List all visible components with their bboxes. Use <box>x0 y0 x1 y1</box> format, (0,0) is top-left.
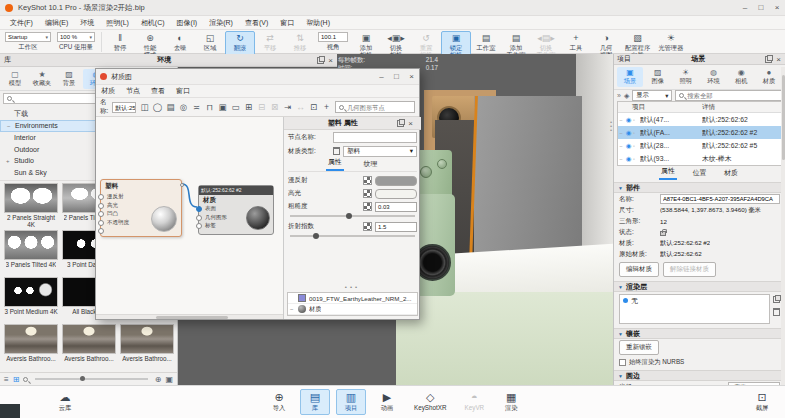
menu-image[interactable]: 图像(I) <box>171 16 204 30</box>
scene-tree-row[interactable]: – ◉ ▫ 默认(FA... 默认:252:62:62 #2 <box>618 126 781 139</box>
thumbnail-size-slider[interactable] <box>35 378 147 380</box>
render-library-icon[interactable]: ▣ <box>165 375 173 384</box>
trash-icon[interactable] <box>773 308 780 316</box>
duplicate-icon[interactable]: ▣ <box>216 101 229 114</box>
canvas-horizontal-scrollbar[interactable] <box>96 314 283 319</box>
add-to-library-icon[interactable]: ▤ <box>164 101 177 114</box>
detail-subtab[interactable]: 材质 <box>722 168 740 180</box>
menu-render[interactable]: 渲染(R) <box>203 16 239 30</box>
undock-icon[interactable] <box>397 120 404 127</box>
texture-map-icon[interactable] <box>363 176 372 185</box>
texture-map-icon[interactable] <box>363 189 372 198</box>
grid-icon[interactable]: ⊡ <box>307 101 320 114</box>
preview-icon[interactable]: ◎ <box>177 101 190 114</box>
node-search-input[interactable] <box>347 104 435 111</box>
dialog-menu-window[interactable]: 窗口 <box>176 86 190 96</box>
splitter-handle[interactable]: ••• <box>284 284 421 291</box>
project-tab-environment[interactable]: ◍ 环境 <box>700 67 726 87</box>
texture-map-icon[interactable] <box>363 202 372 211</box>
import-icon[interactable]: ⊕ <box>155 375 162 384</box>
crosshair-icon[interactable]: + <box>320 101 333 114</box>
visibility-eye-icon[interactable]: ◉ <box>624 142 633 150</box>
collapse-icon[interactable]: » <box>617 92 621 99</box>
dialog-close-button[interactable]: × <box>404 72 419 81</box>
dock-cloud-library[interactable]: ☁ 云库 <box>50 389 80 415</box>
lock-icon[interactable]: ⊓ <box>203 101 216 114</box>
detail-subtab[interactable]: 属性 <box>659 166 677 180</box>
unlink-material-button[interactable]: 解除链接材质 <box>663 262 716 277</box>
menu-edit[interactable]: 编辑(E) <box>39 16 74 30</box>
panel-grip[interactable]: • • • <box>610 120 612 132</box>
menu-camera[interactable]: 相机(C) <box>135 16 171 30</box>
tab-properties[interactable]: 属性 <box>326 157 344 171</box>
section-collapse-icon[interactable]: ▼ <box>618 284 623 290</box>
menu-view[interactable]: 查看(V) <box>239 16 274 30</box>
project-tab-camera[interactable]: ◉ 相机 <box>728 67 754 87</box>
dock-import[interactable]: ⊕ 导入 <box>264 389 294 415</box>
fov-field[interactable]: 100.1 视角 <box>318 32 348 50</box>
render-layer-list[interactable]: 无 <box>619 294 770 324</box>
project-tab-image[interactable]: ▨ 图像 <box>645 67 671 87</box>
edit-material-button[interactable]: 编辑材质 <box>619 262 659 277</box>
project-tab-lighting[interactable]: ☀ 照明 <box>673 67 699 87</box>
pan-view-icon[interactable]: ↔ <box>294 101 307 114</box>
retessellate-button[interactable]: 重新镶嵌 <box>619 340 659 355</box>
port-diffuse[interactable]: 漫反射 <box>101 192 181 201</box>
environment-thumbnail[interactable]: 3 Panels Tilted 4K <box>3 230 59 276</box>
show-textures-icon[interactable]: ⊞ <box>242 101 255 114</box>
dock-library[interactable]: ▤ 库 <box>300 389 330 415</box>
tab-textures[interactable]: 纹理 <box>362 159 380 171</box>
maximize-button[interactable]: □ <box>753 3 769 12</box>
show-labels-icon[interactable]: ⊟ <box>255 101 268 114</box>
cpu-usage-select[interactable]: 100 %▾ CPU 使用量 <box>57 32 95 50</box>
ior-slider[interactable] <box>290 235 415 237</box>
menu-environment[interactable]: 环境 <box>74 16 100 30</box>
workspace-select[interactable]: Startup▾ 工作区 <box>5 32 51 50</box>
delete-icon[interactable]: ▭ <box>229 101 242 114</box>
show-select[interactable]: 显示 ▾ <box>632 90 672 101</box>
material-type-select[interactable]: 塑料 ▾ <box>343 146 417 157</box>
environment-thumbnail[interactable]: Aversis Bathroo... <box>3 324 59 370</box>
close-icon[interactable]: × <box>328 57 333 64</box>
dock-screenshot[interactable]: ⊡ 截屏 <box>747 389 777 415</box>
undock-icon[interactable] <box>765 56 772 63</box>
dock-keyvr[interactable]: ◓ KeyVR <box>459 389 491 415</box>
scene-search-input[interactable] <box>687 92 778 99</box>
close-icon[interactable]: × <box>776 56 781 63</box>
zoom-fit-icon[interactable]: ⇥ <box>281 101 294 114</box>
dock-render[interactable]: ▦ 渲染 <box>496 389 526 415</box>
node-graph-canvas[interactable]: 塑料 漫反射 高光 凹凸 不透明度 默认:252:62:62 #2 材质 表面 … <box>96 117 284 319</box>
ior-value-field[interactable]: 1.5 <box>375 222 417 232</box>
close-icon[interactable]: × <box>408 120 413 127</box>
dialog-menu-view[interactable]: 查看 <box>151 86 165 96</box>
project-tab-scene[interactable]: ▣ 场景 <box>617 67 643 87</box>
minimize-button[interactable]: – <box>737 3 753 12</box>
undock-icon[interactable] <box>317 57 324 64</box>
section-collapse-icon[interactable]: ▼ <box>618 373 623 379</box>
environment-thumbnail[interactable]: 3 Point Medium 4K <box>3 277 59 323</box>
roughness-value-field[interactable]: 0.03 <box>375 202 417 212</box>
node-name-input[interactable] <box>333 132 417 143</box>
section-collapse-icon[interactable]: ▼ <box>618 185 623 191</box>
library-tab-backplates[interactable]: ▨ 背景 <box>56 69 82 89</box>
menu-lighting[interactable]: 照明(L) <box>100 16 135 30</box>
dialog-menu-node[interactable]: 节点 <box>126 86 140 96</box>
environment-thumbnail[interactable]: Aversis Bathroo... <box>119 324 175 370</box>
dock-project[interactable]: ▥ 项目 <box>336 389 366 415</box>
library-tab-favorites[interactable]: ★ 收藏夹 <box>29 69 55 89</box>
menu-window[interactable]: 窗口 <box>274 16 300 30</box>
dock-keyshotxr[interactable]: ◇ KeyShotXR <box>408 389 453 415</box>
dock-animation[interactable]: ▶ 动画 <box>372 389 402 415</box>
detail-subtab[interactable]: 位置 <box>691 168 709 180</box>
visibility-eye-icon[interactable]: ◉ <box>624 155 633 163</box>
scene-tree-row[interactable]: – ◉ ▫ 默认(28... 默认:252:62:62 #5 <box>618 139 781 152</box>
dialog-menu-material[interactable]: 材质 <box>101 86 115 96</box>
texture-map-icon[interactable] <box>363 222 372 231</box>
grid-view-icon[interactable]: ⊞ <box>13 375 20 384</box>
menu-file[interactable]: 文件(F) <box>4 16 39 30</box>
diffuse-color-swatch[interactable] <box>375 176 417 186</box>
plastic-node[interactable]: 塑料 漫反射 高光 凹凸 不透明度 <box>100 179 182 237</box>
library-tab-models[interactable]: ▢ 模型 <box>2 69 28 89</box>
list-view-icon[interactable]: ≡ <box>4 375 9 384</box>
show-animations-icon[interactable]: ⊠ <box>268 101 281 114</box>
